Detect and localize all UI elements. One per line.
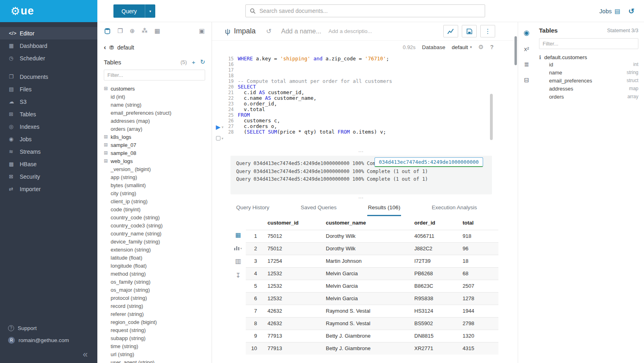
save-button[interactable] [462,25,477,37]
search-assist-icon[interactable]: ⊕ [130,27,135,35]
briefcase-icon[interactable]: ▣ [199,27,205,35]
query-description-field[interactable]: Add a descriptio... [329,28,443,34]
schedule-icon[interactable]: ⊟ [524,76,529,84]
column-header[interactable]: total [459,216,498,230]
assist-list-item[interactable]: ⊞ protocol (string) [104,294,205,302]
database-breadcrumb[interactable]: ‹ ⛃ default [104,42,205,53]
assist-list-item[interactable]: ⊞ method (string) [104,270,205,278]
chart-view-control[interactable]: ▾ [234,245,242,250]
download-icon[interactable]: ↧ [235,272,241,279]
assist-list-item[interactable]: ⊞ bytes (smallint) [104,181,205,189]
assist-list-item[interactable]: ⊞ url (string) [104,350,205,358]
assist-list-item[interactable]: ⊞ city (string) [104,189,205,197]
assistant-icon[interactable]: ◉ [524,29,530,37]
support-link[interactable]: ? Support [0,322,97,334]
user-account[interactable]: R romain@gethue.com [0,334,97,346]
assist-list-item[interactable]: ⊞ region_code (bigint) [104,318,205,326]
query-button[interactable]: Query [113,4,145,18]
sidebar-item[interactable]: ⊠ Security [0,170,97,183]
sidebar-item[interactable]: ▩ HBase [0,158,97,170]
hue-logo[interactable]: ⚙ ue [0,0,97,22]
column-row[interactable]: email_preferences struct [539,76,638,85]
assist-list-item[interactable]: ⊞ latitude (float) [104,254,205,262]
right-panel-filter-input[interactable] [539,38,638,49]
databases-icon[interactable] [104,28,111,34]
table-row[interactable]: 4 12532 Melvin Garcia PB6268 68 [246,267,498,280]
settings-gear-icon[interactable]: ⚙ [478,43,484,51]
column-header[interactable]: customer_id [263,216,322,230]
back-chevron-icon[interactable]: ‹ [104,43,106,52]
global-search[interactable] [245,4,485,17]
assist-list-item[interactable]: ⊞ k8s_logs [104,133,205,141]
assist-list-item[interactable]: ⊞ subapp (string) [104,334,205,342]
snippet-history-icon[interactable]: ↺ [266,27,272,35]
assist-list-item[interactable]: ⊞ extension (string) [104,245,205,254]
assist-list-item[interactable]: ⊞ id (int) [104,93,205,101]
column-row[interactable]: id int [539,60,638,68]
code-area[interactable]: 15 WHERE a.key = 'shipping' and a.zip_co… [227,55,518,147]
assist-list-item[interactable]: ⊞ customers [104,85,205,93]
assist-list-item[interactable]: ⊞ country_code3 (string) [104,221,205,229]
sidebar-item[interactable]: ❐ Documents [0,70,97,83]
add-table-icon[interactable]: + [192,59,195,66]
assist-list-item[interactable]: ⊞ web_logs [104,157,205,165]
assist-list-item[interactable]: ⊞ app (string) [104,173,205,181]
assist-list-item[interactable]: ⊞ device_family (string) [104,237,205,245]
assist-list-item[interactable]: ⊞ time (string) [104,342,205,350]
more-actions-button[interactable]: ⋮ [480,25,495,37]
assist-list-item[interactable]: ⊞ name (string) [104,101,205,109]
grid-view-icon[interactable]: ▦ [235,231,241,239]
table-row[interactable]: 6 12532 Melvin Garcia R9S838 1278 [246,292,498,305]
table-row[interactable]: 1 75012 Dorothy Wilk 4056711 918 [246,230,498,242]
sidebar-item[interactable]: ▤ Files [0,83,97,95]
assist-list-item[interactable]: ⊞ record (string) [104,302,205,310]
assist-list-item[interactable]: ⊞ sample_08 [104,149,205,157]
columns-view-icon[interactable]: ▥ [235,257,241,265]
apps-grid-icon[interactable]: ▦ [154,27,160,35]
log-results-splitter[interactable]: ⋯ [230,194,492,201]
editor-scrollbar-thumb[interactable] [490,94,493,140]
jobs-link[interactable]: Jobs ▤ [599,8,620,15]
table-row[interactable]: 9 77913 Betty J. Giambrone DN8815 1320 [246,330,498,342]
assist-list-item[interactable]: ⊞ country_name (string) [104,229,205,237]
column-row[interactable]: orders array [539,93,638,101]
documents-assist-icon[interactable]: ❐ [117,27,123,35]
assist-list-item[interactable]: ⊞ orders (array) [104,125,205,133]
chart-button[interactable] [443,25,458,37]
sidebar-item[interactable]: ⇄ Importer [0,183,97,195]
search-input[interactable] [259,8,481,14]
table-row[interactable]: 10 77913 Betty J. Giambrone XR2771 4315 [246,342,498,355]
sitemap-icon[interactable]: ⁂ [142,27,148,35]
sidebar-item[interactable]: ☁ S3 [0,95,97,108]
column-header[interactable]: order_id [410,216,459,230]
assist-list-item[interactable]: ⊞ longitude (float) [104,262,205,270]
play-icon[interactable]: ▶ [216,124,220,131]
sql-editor[interactable]: ▶ ▾ ▾ 15 WHERE a.key = 'shipping' and a.… [212,54,518,147]
query-history-icon[interactable]: ↺ [628,7,634,16]
assist-list-item[interactable]: ⊞ referer (string) [104,310,205,318]
table-row[interactable]: 3 17254 Martin Johnson I72T39 18 [246,255,498,267]
sidebar-item[interactable]: ◎ Indexes [0,120,97,133]
active-table-row[interactable]: ℹ default.customers [539,54,638,60]
table-row[interactable]: 8 42632 Raymond S. Vestal BS5902 2798 [246,317,498,330]
sidebar-item[interactable]: ▦ Dashboard [0,39,97,52]
functions-icon[interactable]: x² [524,45,529,52]
sidebar-item[interactable]: ◉ Jobs [0,133,97,145]
assist-list-item[interactable]: ⊞ email_preferences (struct) [104,109,205,117]
column-row[interactable]: addresses map [539,85,638,93]
refresh-icon[interactable]: ↻ [200,58,205,66]
editor-log-splitter[interactable]: ⋯ [230,147,492,156]
main-scrollbar-thumb[interactable] [514,36,517,65]
table-row[interactable]: 7 42632 Raymond S. Vestal HS3124 1944 [246,305,498,317]
assist-list-item[interactable]: ⊞ addresses (map) [104,117,205,125]
assist-list-item[interactable]: ⊞ request (string) [104,326,205,334]
sidebar-item[interactable]: ≋ Streams [0,145,97,158]
query-dropdown-caret[interactable]: ▾ [145,4,155,18]
assist-list-item[interactable]: ⊞ code (tinyint) [104,205,205,213]
column-row[interactable]: name string [539,68,638,76]
tab[interactable]: Execution Analysis [431,204,478,216]
tab[interactable]: Saved Queries [300,204,337,216]
collapse-sidebar-button[interactable]: « [0,349,97,360]
sidebar-item[interactable]: ⊞ Tables [0,108,97,120]
assist-filter-input[interactable] [104,70,205,80]
